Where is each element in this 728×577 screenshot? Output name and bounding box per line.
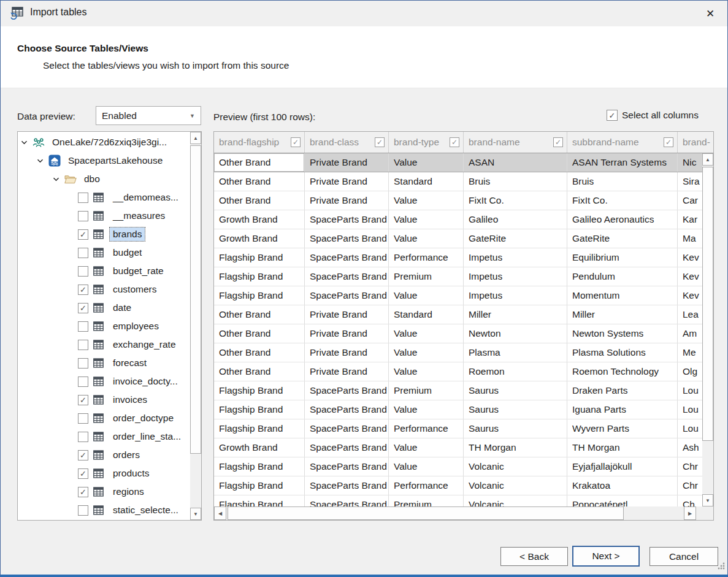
table-row[interactable]: Flagship BrandSpaceParts BrandPerformanc… xyxy=(214,419,714,438)
scroll-up-icon[interactable]: ▲ xyxy=(190,132,201,144)
table-cell[interactable]: Plasma Solutions xyxy=(567,343,678,362)
table-cell[interactable]: Impetus xyxy=(464,286,567,305)
tree-item-checkbox[interactable] xyxy=(78,505,88,516)
table-cell[interactable]: Performance xyxy=(389,248,464,267)
table-row[interactable]: Flagship BrandSpaceParts BrandPerformanc… xyxy=(214,476,714,495)
column-checkbox[interactable]: ✓ xyxy=(450,137,459,147)
table-cell[interactable]: Galileo Aeronautics xyxy=(567,210,678,229)
next-button[interactable]: Next > xyxy=(572,546,640,567)
table-cell[interactable]: Plasma xyxy=(464,343,567,362)
table-cell[interactable]: Private Brand xyxy=(305,324,389,343)
table-cell[interactable]: Other Brand xyxy=(214,362,305,381)
table-cell[interactable]: Private Brand xyxy=(305,172,389,191)
tree-item-budget[interactable]: budget xyxy=(18,243,190,262)
table-cell[interactable]: Impetus xyxy=(464,248,567,267)
table-row[interactable]: Flagship BrandSpaceParts BrandPremiumImp… xyxy=(214,267,714,286)
back-button[interactable]: < Back xyxy=(500,547,568,566)
table-cell[interactable]: ASAN xyxy=(464,153,567,172)
table-row[interactable]: Other BrandPrivate BrandStandardBruisBru… xyxy=(214,172,714,191)
column-header-brand-class[interactable]: brand-class✓ xyxy=(305,132,389,153)
table-cell[interactable]: Bruis xyxy=(567,172,678,191)
table-cell[interactable]: Value xyxy=(389,210,464,229)
table-cell[interactable]: Flagship Brand xyxy=(214,381,305,400)
table-cell[interactable]: Other Brand xyxy=(214,324,305,343)
table-cell[interactable]: Other Brand xyxy=(214,172,305,191)
tree-item-static_selecte[interactable]: static_selecte... xyxy=(18,501,190,519)
tree-item-regions[interactable]: ✓regions xyxy=(18,483,190,501)
table-cell[interactable]: Miller xyxy=(567,305,678,324)
table-cell[interactable]: Value xyxy=(389,324,464,343)
grid-horizontal-scrollbar[interactable]: ◀ ▶ xyxy=(214,506,698,520)
table-cell[interactable]: SpaceParts Brand xyxy=(305,210,389,229)
tree-item-order_line_sta[interactable]: order_line_sta... xyxy=(18,427,190,446)
table-cell[interactable]: Saurus xyxy=(464,400,567,419)
table-cell[interactable]: Galileo xyxy=(464,210,567,229)
tree-item-checkbox[interactable] xyxy=(78,358,88,369)
table-cell[interactable]: Iguana Parts xyxy=(567,400,678,419)
table-cell[interactable]: Other Brand xyxy=(214,191,305,210)
table-row[interactable]: Flagship BrandSpaceParts BrandValueVolca… xyxy=(214,457,714,476)
table-cell[interactable]: Equilibrium xyxy=(567,248,678,267)
chevron-down-icon[interactable] xyxy=(36,157,44,165)
table-row[interactable]: Other BrandPrivate BrandStandardMillerMi… xyxy=(214,305,714,324)
table-cell[interactable]: Saurus xyxy=(464,419,567,438)
table-cell[interactable]: Volcanic xyxy=(464,457,567,476)
table-cell[interactable]: Eyjafjallajökull xyxy=(567,457,678,476)
table-cell[interactable]: Value xyxy=(389,457,464,476)
table-cell[interactable]: Private Brand xyxy=(305,153,389,172)
table-cell[interactable]: SpaceParts Brand xyxy=(305,400,389,419)
tree-item-forecast[interactable]: forecast xyxy=(18,354,190,372)
tree-item-checkbox[interactable] xyxy=(78,376,88,387)
table-cell[interactable]: Standard xyxy=(389,305,464,324)
table-cell[interactable]: SpaceParts Brand xyxy=(305,267,389,286)
table-cell[interactable]: Pendulum xyxy=(567,267,678,286)
table-cell[interactable]: SpaceParts Brand xyxy=(305,286,389,305)
table-cell[interactable]: Value xyxy=(389,286,464,305)
table-cell[interactable]: SpaceParts Brand xyxy=(305,248,389,267)
tree-scrollbar[interactable]: ▲ ▼ xyxy=(190,132,201,520)
table-cell[interactable]: Saurus xyxy=(464,381,567,400)
scroll-down-icon[interactable]: ▼ xyxy=(190,508,201,520)
table-row[interactable]: Growth BrandSpaceParts BrandValueGateRit… xyxy=(214,229,714,248)
column-checkbox[interactable]: ✓ xyxy=(375,137,385,147)
scroll-right-icon[interactable]: ▶ xyxy=(684,506,696,520)
table-row[interactable]: Flagship BrandSpaceParts BrandPremiumSau… xyxy=(214,381,714,400)
tree-item-checkbox[interactable] xyxy=(78,266,88,277)
table-cell[interactable]: Other Brand xyxy=(214,305,305,324)
table-cell[interactable]: FixIt Co. xyxy=(567,191,678,210)
table-cell[interactable]: Roemon xyxy=(464,362,567,381)
tree-item-__demomeas[interactable]: __demomeas... xyxy=(18,188,190,207)
table-cell[interactable]: Value xyxy=(389,229,464,248)
table-cell[interactable]: GateRite xyxy=(567,229,678,248)
table-cell[interactable]: Newton Systems xyxy=(567,324,678,343)
table-cell[interactable]: Growth Brand xyxy=(214,438,305,457)
tree-item-checkbox[interactable]: ✓ xyxy=(78,285,88,295)
tree-item-budget_rate[interactable]: budget_rate xyxy=(18,262,190,280)
table-cell[interactable]: Momentum xyxy=(567,286,678,305)
table-cell[interactable]: Miller xyxy=(464,305,567,324)
tree-item-orders[interactable]: ✓orders xyxy=(18,446,190,464)
column-header-brand-name[interactable]: brand-name✓ xyxy=(464,132,567,153)
table-cell[interactable]: Krakatoa xyxy=(567,476,678,495)
table-row[interactable]: Other BrandPrivate BrandValueFixIt Co.Fi… xyxy=(214,191,714,210)
column-header-subbrand-name[interactable]: subbrand-name✓ xyxy=(567,132,678,153)
tree-item-checkbox[interactable]: ✓ xyxy=(78,487,88,497)
table-cell[interactable]: Performance xyxy=(389,419,464,438)
table-cell[interactable]: Private Brand xyxy=(305,362,389,381)
tree-item-checkbox[interactable] xyxy=(78,211,88,221)
table-row[interactable]: Growth BrandSpaceParts BrandValueTH Morg… xyxy=(214,438,714,457)
table-cell[interactable]: Newton xyxy=(464,324,567,343)
table-cell[interactable]: Bruis xyxy=(464,172,567,191)
table-cell[interactable]: Value xyxy=(389,400,464,419)
table-cell[interactable]: Flagship Brand xyxy=(214,286,305,305)
table-row[interactable]: Other BrandPrivate BrandValueNewtonNewto… xyxy=(214,324,714,343)
tree-item-invoice_docty[interactable]: invoice_docty... xyxy=(18,372,190,391)
select-all-checkbox[interactable]: ✓ xyxy=(607,110,618,121)
table-cell[interactable]: Volcanic xyxy=(464,476,567,495)
tree-item-invoices[interactable]: ✓invoices xyxy=(18,391,190,409)
table-cell[interactable]: Flagship Brand xyxy=(214,400,305,419)
table-cell[interactable]: Wyvern Parts xyxy=(567,419,678,438)
table-row[interactable]: Flagship BrandSpaceParts BrandPerformanc… xyxy=(214,248,714,267)
column-header-brand-type[interactable]: brand-type✓ xyxy=(389,132,464,153)
table-row[interactable]: Other BrandPrivate BrandValueASANASAN Te… xyxy=(214,153,714,172)
